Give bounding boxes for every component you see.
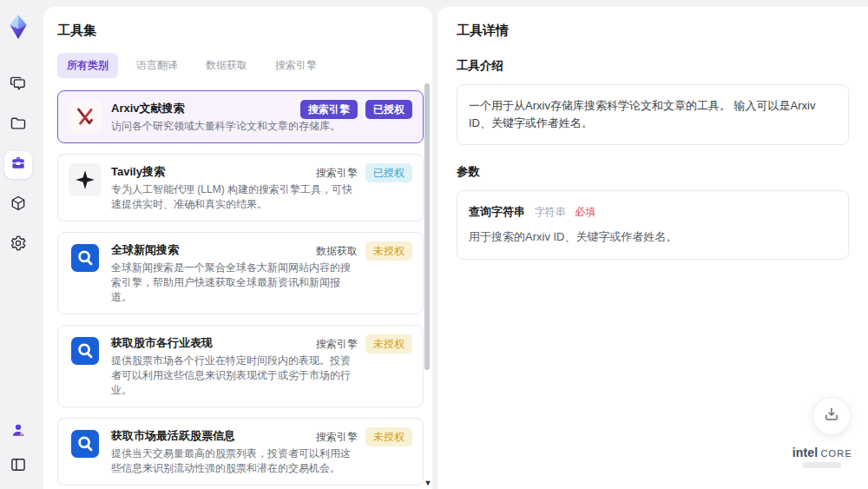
- category-badge: 搜索引擎: [316, 337, 358, 352]
- search-q-icon: [69, 427, 102, 460]
- core-wordmark: CORE: [820, 448, 852, 459]
- tool-card[interactable]: Tavily搜索 专为人工智能代理 (LLM) 构建的搜索引擎工具，可快速提供实…: [57, 154, 424, 221]
- tool-list-panel: 工具集 所有类别语言翻译数据获取搜索引擎 Arxiv文献搜索 访问各个研究领域大…: [43, 7, 432, 489]
- intro-box: 一个用于从Arxiv存储库搜索科学论文和文章的工具。 输入可以是Arxiv ID…: [457, 84, 849, 145]
- tool-card[interactable]: 全球新闻搜索 全球新闻搜索是一个聚合全球各大新闻网站内容的搜索引擎，帮助用户快速…: [57, 232, 424, 314]
- app-logo-icon[interactable]: [3, 10, 33, 43]
- sidebar-item-account[interactable]: [4, 418, 32, 446]
- scrollbar-thumb[interactable]: [424, 83, 430, 370]
- star-icon: [69, 163, 102, 196]
- status-badge: 未授权: [365, 241, 412, 261]
- folder-icon: [10, 115, 27, 135]
- sidebar-item-collapse[interactable]: [4, 453, 32, 480]
- tool-badges: 搜索引擎 已授权: [300, 100, 412, 119]
- tool-detail-panel: 工具详情 工具介绍 一个用于从Arxiv存储库搜索科学论文和文章的工具。 输入可…: [437, 7, 868, 489]
- sidebar-item-files[interactable]: [4, 111, 32, 139]
- collapse-panel-icon: [10, 456, 27, 477]
- brand-strip: [803, 462, 841, 468]
- scroll-down-icon[interactable]: ▼: [424, 479, 432, 487]
- sidebar-item-tools[interactable]: [4, 151, 32, 179]
- tool-badges: 搜索引擎 未授权: [316, 334, 412, 354]
- category-badge: 数据获取: [316, 244, 358, 259]
- gear-icon: [10, 235, 27, 255]
- category-badge: 搜索引擎: [316, 166, 358, 181]
- status-badge: 未授权: [365, 427, 412, 446]
- chat-icon: [10, 75, 27, 96]
- tool-card[interactable]: 获取市场最活跃股票信息 提供当天交易量最高的股票列表，投资者可以利用这些信息来识…: [57, 418, 424, 486]
- tool-card[interactable]: Arxiv文献搜索 访问各个研究领域大量科学论文和文章的存储库。 搜索引擎 已授…: [57, 90, 424, 143]
- status-badge: 已授权: [365, 100, 412, 119]
- tab-数据获取[interactable]: 数据获取: [196, 53, 257, 78]
- status-badge: 未授权: [365, 334, 412, 354]
- param-box: 查询字符串 字符串 必填 用于搜索的Arxiv ID、关键字或作者姓名。: [457, 190, 849, 259]
- detail-title: 工具详情: [457, 23, 849, 39]
- sidebar-item-plugins[interactable]: [4, 191, 32, 219]
- page-title: 工具集: [57, 23, 420, 39]
- intro-text: 一个用于从Arxiv存储库搜索科学论文和文章的工具。 输入可以是Arxiv ID…: [469, 99, 815, 129]
- search-q-icon: [69, 334, 102, 367]
- param-required-badge: 必填: [575, 206, 595, 218]
- arxiv-logo-icon: [69, 100, 102, 133]
- tab-所有类别[interactable]: 所有类别: [57, 53, 118, 78]
- param-type: 字符串: [535, 206, 566, 218]
- tab-语言翻译[interactable]: 语言翻译: [127, 53, 187, 78]
- download-icon: [823, 406, 840, 426]
- param-name: 查询字符串: [469, 205, 525, 218]
- tool-description: 专为人工智能代理 (LLM) 构建的搜索引擎工具，可快速提供实时、准确和真实的结…: [111, 182, 352, 212]
- tool-list: Arxiv文献搜索 访问各个研究领域大量科学论文和文章的存储库。 搜索引擎 已授…: [57, 90, 424, 489]
- intro-heading: 工具介绍: [457, 58, 849, 74]
- tool-description: 提供股票市场各个行业在特定时间段内的表现。投资者可以利用这些信息来识别表现优于或…: [111, 354, 352, 398]
- category-badge: 搜索引擎: [316, 430, 358, 445]
- search-q-icon: [69, 241, 102, 274]
- param-description: 用于搜索的Arxiv ID、关键字或作者姓名。: [469, 228, 837, 246]
- status-badge: 已授权: [365, 163, 412, 182]
- intel-wordmark: intel: [792, 446, 819, 459]
- tool-badges: 搜索引擎 未授权: [316, 427, 412, 446]
- scrollbar[interactable]: [424, 82, 430, 473]
- sidebar-item-chat[interactable]: [4, 71, 32, 99]
- tab-搜索引擎[interactable]: 搜索引擎: [266, 53, 326, 78]
- tool-description: 访问各个研究领域大量科学论文和文章的存储库。: [111, 119, 352, 134]
- sidebar-item-settings[interactable]: [4, 231, 32, 259]
- tool-description: 全球新闻搜索是一个聚合全球各大新闻网站内容的搜索引擎，帮助用户快速获取全球最新资…: [111, 261, 352, 305]
- tool-badges: 数据获取 未授权: [316, 241, 412, 261]
- app-sidebar: [0, 0, 36, 489]
- tool-badges: 搜索引擎 已授权: [316, 163, 412, 182]
- toolbox-icon: [10, 155, 27, 175]
- params-heading: 参数: [457, 164, 849, 180]
- download-button[interactable]: [812, 397, 851, 435]
- param-header: 查询字符串 字符串 必填: [469, 203, 837, 221]
- category-badge: 搜索引擎: [300, 100, 358, 119]
- user-icon: [10, 421, 27, 442]
- cube-icon: [10, 195, 27, 215]
- tool-card[interactable]: 获取股市各行业表现 提供股票市场各个行业在特定时间段内的表现。投资者可以利用这些…: [57, 325, 424, 407]
- category-tabs: 所有类别语言翻译数据获取搜索引擎: [57, 53, 420, 78]
- tool-description: 提供当天交易量最高的股票列表，投资者可以利用这些信息来识别流动性强的股票和潜在的…: [111, 446, 352, 476]
- intel-core-logo: intel CORE: [792, 446, 852, 468]
